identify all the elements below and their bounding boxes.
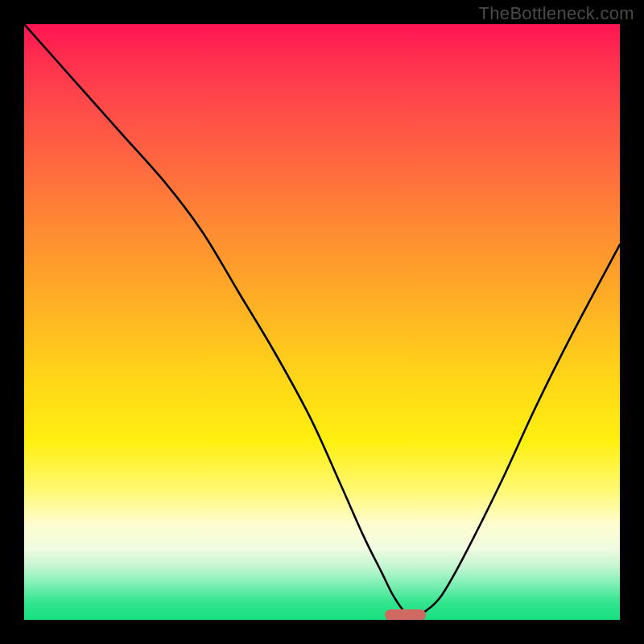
watermark-text: TheBottleneck.com	[479, 3, 634, 24]
curve-layer	[24, 24, 620, 620]
plot-area	[24, 24, 620, 620]
optimum-marker	[385, 609, 427, 620]
bottleneck-curve	[24, 24, 620, 617]
chart-frame: TheBottleneck.com	[0, 0, 644, 644]
